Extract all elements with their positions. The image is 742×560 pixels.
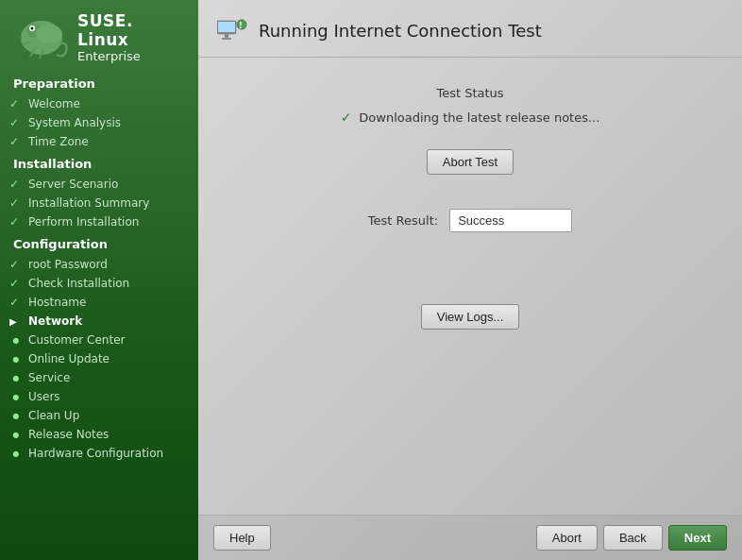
sidebar-item-server-scenario[interactable]: ✓ Server Scenario [0,175,198,194]
status-check-icon: ✓ [341,110,352,125]
sidebar-item-label: Server Scenario [28,178,118,191]
sidebar-item-label: Time Zone [28,135,89,148]
sidebar-item-label: Check Installation [28,277,129,290]
check-icon: ✓ [9,178,23,191]
abort-test-button[interactable]: Abort Test [427,149,514,175]
section-header-preparation: Preparation [0,71,198,94]
sidebar-item-label: Clean Up [28,409,79,422]
sidebar-item-label: Release Notes [28,428,109,441]
footer: Help Abort Back Next [198,515,742,560]
sidebar: SUSE. Linux Enterprise Preparation ✓ Wel… [0,0,198,560]
status-item: ✓ Downloading the latest release notes..… [341,110,600,125]
svg-point-4 [31,26,34,29]
sidebar-item-system-analysis[interactable]: ✓ System Analysis [0,113,198,132]
check-icon: ✓ [9,135,23,148]
main-panel: ! Running Internet Connection Test Test … [198,0,742,560]
sidebar-item-timezone[interactable]: ✓ Time Zone [0,132,198,151]
test-result-section: Test Result: [227,209,714,232]
sidebar-item-customer-center[interactable]: ● Customer Center [0,331,198,349]
sidebar-item-users[interactable]: ● Users [0,387,198,406]
section-header-installation: Installation [0,151,198,175]
sidebar-item-label: Hardware Configuration [28,447,163,460]
sidebar-item-online-update[interactable]: ● Online Update [0,349,198,368]
check-icon: ✓ [9,196,23,210]
sidebar-item-label: Hostname [28,296,86,309]
sidebar-item-label: Network [28,314,82,328]
view-logs-button[interactable]: View Logs... [421,304,520,330]
svg-rect-6 [218,22,235,32]
check-icon: ✓ [9,97,23,110]
check-icon: ✓ [9,215,23,229]
check-icon: ✓ [9,296,23,309]
status-message: Downloading the latest release notes... [359,110,599,125]
sidebar-item-label: root Password [28,258,108,271]
abort-button[interactable]: Abort [536,525,598,551]
bullet-icon: ● [9,355,23,364]
check-icon: ✓ [9,116,23,129]
bullet-icon: ● [9,393,23,401]
bullet-icon: ● [9,450,23,458]
footer-right-buttons: Abort Back Next [536,525,727,551]
network-test-icon: ! [217,17,247,43]
sidebar-item-label: Perform Installation [28,215,139,229]
main-content: Test Status ✓ Downloading the latest rel… [198,58,742,515]
sidebar-item-clean-up[interactable]: ● Clean Up [0,406,198,425]
check-icon: ✓ [9,258,23,271]
test-result-label: Test Result: [368,213,438,228]
test-result-field[interactable] [449,209,572,232]
sidebar-item-label: Installation Summary [28,196,149,210]
next-button[interactable]: Next [668,525,727,551]
svg-point-2 [36,25,62,43]
sidebar-item-label: Online Update [28,352,110,365]
sidebar-item-label: Customer Center [28,333,126,347]
chameleon-icon [13,15,70,60]
sidebar-item-check-installation[interactable]: ✓ Check Installation [0,274,198,293]
sidebar-item-release-notes[interactable]: ● Release Notes [0,425,198,444]
brand-enterprise: Enterprise [77,49,185,63]
svg-rect-7 [225,34,228,38]
sidebar-item-service[interactable]: ● Service [0,368,198,387]
sidebar-item-installation-summary[interactable]: ✓ Installation Summary [0,194,198,212]
test-status-section: Test Status ✓ Downloading the latest rel… [227,86,714,125]
bullet-icon: ● [9,431,23,439]
view-logs-section: View Logs... [227,304,714,330]
abort-test-section: Abort Test [227,149,714,175]
help-button[interactable]: Help [213,525,271,551]
sidebar-item-label: Users [28,390,60,403]
svg-rect-8 [222,38,231,40]
bullet-icon: ● [9,374,23,382]
sidebar-item-network[interactable]: ▶ Network [0,312,198,331]
sidebar-brand: SUSE. Linux Enterprise [77,11,185,63]
section-header-configuration: Configuration [0,231,198,255]
back-button[interactable]: Back [603,525,663,551]
main-header: ! Running Internet Connection Test [198,0,742,58]
sidebar-item-hardware-config[interactable]: ● Hardware Configuration [0,444,198,463]
sidebar-item-perform-installation[interactable]: ✓ Perform Installation [0,212,198,231]
page-title: Running Internet Connection Test [259,21,542,41]
sidebar-item-label: Welcome [28,97,80,110]
check-icon: ✓ [9,277,23,290]
arrow-right-icon: ▶ [9,316,23,327]
test-status-label: Test Status [436,86,503,100]
sidebar-item-label: System Analysis [28,116,121,129]
sidebar-item-root-password[interactable]: ✓ root Password [0,255,198,274]
bullet-icon: ● [9,412,23,420]
sidebar-item-hostname[interactable]: ✓ Hostname [0,293,198,312]
bullet-icon: ● [9,336,23,345]
sidebar-item-label: Service [28,371,70,384]
brand-name: SUSE. Linux [77,11,185,49]
sidebar-logo: SUSE. Linux Enterprise [0,0,198,71]
sidebar-item-welcome[interactable]: ✓ Welcome [0,94,198,113]
svg-text:!: ! [239,22,243,30]
